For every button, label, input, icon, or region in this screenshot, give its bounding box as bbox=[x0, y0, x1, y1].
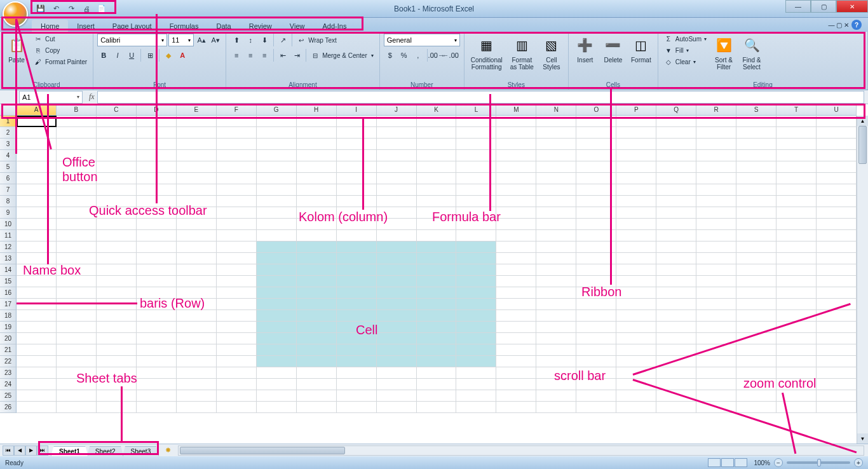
cell[interactable] bbox=[217, 116, 257, 127]
column-header[interactable]: N bbox=[536, 104, 576, 116]
cell[interactable] bbox=[696, 402, 736, 413]
cell[interactable] bbox=[17, 196, 57, 207]
cell[interactable] bbox=[337, 264, 377, 276]
cell[interactable] bbox=[177, 356, 217, 367]
cell[interactable] bbox=[257, 402, 297, 413]
autosum-button[interactable]: ΣAutoSum▾ bbox=[662, 34, 709, 44]
cell[interactable] bbox=[817, 241, 857, 253]
normal-view-button[interactable] bbox=[708, 458, 721, 467]
cell[interactable] bbox=[696, 344, 736, 356]
cell[interactable] bbox=[217, 276, 257, 287]
cell[interactable] bbox=[656, 127, 696, 139]
cell[interactable] bbox=[776, 139, 817, 150]
cell[interactable] bbox=[536, 219, 576, 230]
cell[interactable] bbox=[377, 184, 417, 196]
cell[interactable] bbox=[736, 139, 776, 150]
maximize-button[interactable]: ▢ bbox=[811, 0, 836, 13]
cell[interactable] bbox=[297, 344, 337, 356]
cell[interactable] bbox=[57, 241, 97, 253]
cell[interactable] bbox=[736, 253, 776, 264]
cell[interactable] bbox=[217, 196, 257, 207]
cell[interactable] bbox=[656, 196, 696, 207]
cell[interactable] bbox=[57, 287, 97, 299]
cell[interactable] bbox=[377, 299, 417, 310]
select-all-corner[interactable] bbox=[0, 104, 17, 116]
cell[interactable] bbox=[696, 184, 736, 196]
cell[interactable] bbox=[536, 161, 576, 173]
cell[interactable] bbox=[616, 150, 656, 161]
cell[interactable] bbox=[417, 150, 457, 161]
cell[interactable] bbox=[696, 264, 736, 276]
cell[interactable] bbox=[17, 253, 57, 264]
cell[interactable] bbox=[97, 161, 137, 173]
cell[interactable] bbox=[616, 264, 656, 276]
cell[interactable] bbox=[776, 402, 817, 413]
cell[interactable] bbox=[456, 127, 496, 139]
cell[interactable] bbox=[177, 264, 217, 276]
cell[interactable] bbox=[217, 253, 257, 264]
cell[interactable] bbox=[297, 196, 337, 207]
column-header[interactable]: R bbox=[696, 104, 736, 116]
cell[interactable] bbox=[536, 139, 576, 150]
cell[interactable] bbox=[696, 150, 736, 161]
column-header[interactable]: L bbox=[456, 104, 496, 116]
cell[interactable] bbox=[576, 253, 616, 264]
cell[interactable] bbox=[576, 390, 616, 402]
cell[interactable] bbox=[97, 150, 137, 161]
print-icon[interactable]: 🖨 bbox=[81, 4, 92, 14]
cell[interactable] bbox=[736, 196, 776, 207]
cell[interactable] bbox=[297, 322, 337, 333]
italic-button[interactable]: I bbox=[111, 49, 124, 62]
number-format-combo[interactable]: General▾ bbox=[384, 34, 460, 46]
column-header[interactable]: S bbox=[736, 104, 776, 116]
cell[interactable] bbox=[337, 219, 377, 230]
font-name-combo[interactable]: Calibri▾ bbox=[97, 34, 167, 46]
cell[interactable] bbox=[217, 322, 257, 333]
zoom-knob[interactable] bbox=[817, 459, 821, 466]
wrap-text-button[interactable]: ↩Wrap Text bbox=[295, 34, 339, 46]
cell[interactable] bbox=[377, 219, 417, 230]
cell[interactable] bbox=[696, 127, 736, 139]
cell[interactable] bbox=[456, 276, 496, 287]
cell[interactable] bbox=[536, 390, 576, 402]
column-header[interactable]: C bbox=[97, 104, 137, 116]
cell[interactable] bbox=[217, 356, 257, 367]
sheet-tab[interactable]: Sheet2 bbox=[87, 446, 124, 456]
cell[interactable] bbox=[337, 196, 377, 207]
cell[interactable] bbox=[17, 333, 57, 344]
conditional-formatting-button[interactable]: ▦Conditional Formatting bbox=[468, 34, 505, 72]
cell[interactable] bbox=[656, 390, 696, 402]
cell[interactable] bbox=[177, 276, 217, 287]
cell[interactable] bbox=[817, 344, 857, 356]
cell[interactable] bbox=[217, 310, 257, 322]
cell[interactable] bbox=[456, 150, 496, 161]
cell[interactable] bbox=[217, 241, 257, 253]
cell[interactable] bbox=[17, 310, 57, 322]
cell[interactable] bbox=[576, 173, 616, 184]
cell[interactable] bbox=[177, 150, 217, 161]
cell[interactable] bbox=[177, 207, 217, 219]
cell[interactable] bbox=[817, 253, 857, 264]
cell[interactable] bbox=[297, 184, 337, 196]
paste-button[interactable]: 📋 Paste bbox=[4, 34, 29, 65]
cell[interactable] bbox=[217, 390, 257, 402]
merge-center-button[interactable]: ⊟Merge & Center▾ bbox=[309, 49, 376, 62]
cell[interactable] bbox=[177, 299, 217, 310]
cell[interactable] bbox=[217, 219, 257, 230]
cell[interactable] bbox=[576, 310, 616, 322]
cell[interactable] bbox=[377, 276, 417, 287]
row-header[interactable]: 2 bbox=[0, 127, 17, 139]
cell[interactable] bbox=[496, 127, 536, 139]
row-header[interactable]: 16 bbox=[0, 287, 17, 299]
new-icon[interactable]: 📄 bbox=[97, 4, 107, 14]
column-header[interactable]: M bbox=[496, 104, 536, 116]
cell[interactable] bbox=[656, 299, 696, 310]
cell[interactable] bbox=[496, 322, 536, 333]
cell[interactable] bbox=[137, 287, 177, 299]
cell[interactable] bbox=[736, 241, 776, 253]
cell[interactable] bbox=[417, 276, 457, 287]
cell[interactable] bbox=[257, 230, 297, 241]
row-header[interactable]: 26 bbox=[0, 402, 17, 413]
row-header[interactable]: 18 bbox=[0, 310, 17, 322]
cell[interactable] bbox=[576, 287, 616, 299]
